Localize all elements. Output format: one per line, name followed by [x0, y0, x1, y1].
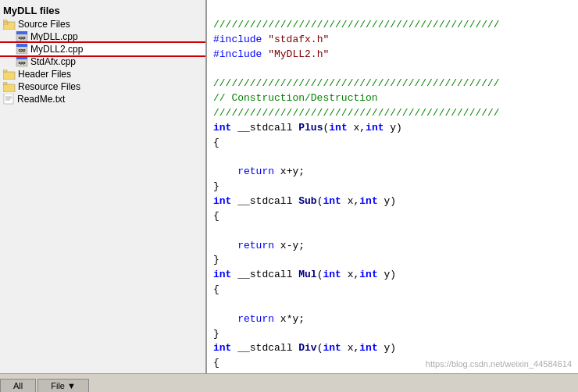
- watermark: https://blog.csdn.net/weixin_44584614: [426, 359, 572, 369]
- svg-text:cpp: cpp: [19, 48, 26, 52]
- svg-rect-10: [16, 56, 27, 59]
- svg-rect-14: [3, 84, 15, 92]
- stdafx-cpp-item[interactable]: cpp StdAfx.cpp: [0, 55, 205, 68]
- include-stdafx: #include "stdafx.h": [213, 34, 329, 45]
- func-plus-sig: int __stdcall Plus(int x,int y): [213, 122, 402, 134]
- cpp-file-icon-2: cpp: [16, 44, 28, 55]
- return-sub: return: [237, 240, 274, 251]
- svg-rect-12: [3, 72, 15, 80]
- folder-icon-header: [3, 69, 16, 80]
- comment-construction: // Construction/Destruction: [213, 92, 378, 104]
- brace-close-3: }: [213, 328, 219, 340]
- mydll2-cpp-item[interactable]: cpp MyDLL2.cpp: [0, 43, 205, 55]
- svg-rect-2: [3, 20, 7, 22]
- file-tree-panel: MyDLL files Source Files cpp MyDLL.cpp: [0, 0, 207, 373]
- source-files-label: Source Files: [18, 19, 70, 30]
- mydll-cpp-item[interactable]: cpp MyDLL.cpp: [0, 30, 205, 43]
- func-div-sig: int __stdcall Div(int x,int y): [213, 342, 396, 354]
- svg-rect-1: [3, 22, 8, 24]
- tab-all[interactable]: All: [0, 379, 36, 392]
- readme-txt-item[interactable]: ReadMe.txt: [0, 93, 205, 105]
- folder-icon-resource: [3, 82, 16, 92]
- cpp-file-icon-3: cpp: [16, 56, 28, 67]
- txt-file-icon: [3, 94, 14, 105]
- svg-text:cpp: cpp: [19, 60, 26, 65]
- mydll2-cpp-label: MyDLL2.cpp: [30, 44, 83, 55]
- resource-files-label: Resource Files: [18, 81, 80, 92]
- code-content: ////////////////////////////////////////…: [207, 0, 578, 373]
- svg-rect-4: [16, 31, 27, 34]
- svg-rect-13: [3, 69, 7, 72]
- tab-file[interactable]: File ▼: [37, 379, 89, 392]
- svg-rect-15: [3, 82, 7, 84]
- comment-line-1: ////////////////////////////////////////…: [213, 19, 500, 30]
- brace-close-1: }: [213, 180, 219, 192]
- brace-open-1: {: [213, 137, 219, 148]
- tree-panel-title: MyDLL files: [3, 5, 60, 16]
- cpp-file-icon: cpp: [16, 31, 28, 42]
- source-files-folder[interactable]: Source Files: [0, 18, 205, 30]
- resource-files-folder[interactable]: Resource Files: [0, 80, 205, 93]
- stdafx-cpp-label: StdAfx.cpp: [30, 56, 76, 67]
- mydll-cpp-label: MyDLL.cpp: [30, 31, 78, 42]
- return-mul: return: [237, 313, 274, 325]
- include-mydll2: #include "MyDLL2.h": [213, 48, 329, 60]
- func-sub-sig: int __stdcall Sub(int x,int y): [213, 195, 396, 207]
- comment-divider-1: ////////////////////////////////////////…: [213, 77, 500, 89]
- readme-txt-label: ReadMe.txt: [17, 94, 65, 105]
- brace-open-4: {: [213, 357, 219, 369]
- bottom-tabs-bar: All File ▼: [0, 373, 578, 392]
- header-files-folder[interactable]: Header Files: [0, 68, 205, 80]
- brace-open-3: {: [213, 283, 219, 295]
- svg-text:cpp: cpp: [19, 35, 26, 40]
- svg-rect-7: [16, 44, 27, 47]
- brace-open-2: {: [213, 210, 219, 222]
- main-container: MyDLL files Source Files cpp MyDLL.cpp: [0, 0, 578, 373]
- func-mul-sig: int __stdcall Mul(int x,int y): [213, 269, 396, 280]
- folder-icon: [3, 20, 16, 30]
- brace-close-2: }: [213, 254, 219, 265]
- header-files-label: Header Files: [18, 69, 71, 80]
- code-panel: ////////////////////////////////////////…: [207, 0, 578, 373]
- tree-title: MyDLL files: [0, 3, 205, 18]
- comment-divider-2: ////////////////////////////////////////…: [213, 107, 500, 119]
- svg-rect-16: [4, 94, 13, 104]
- return-plus: return: [237, 166, 274, 177]
